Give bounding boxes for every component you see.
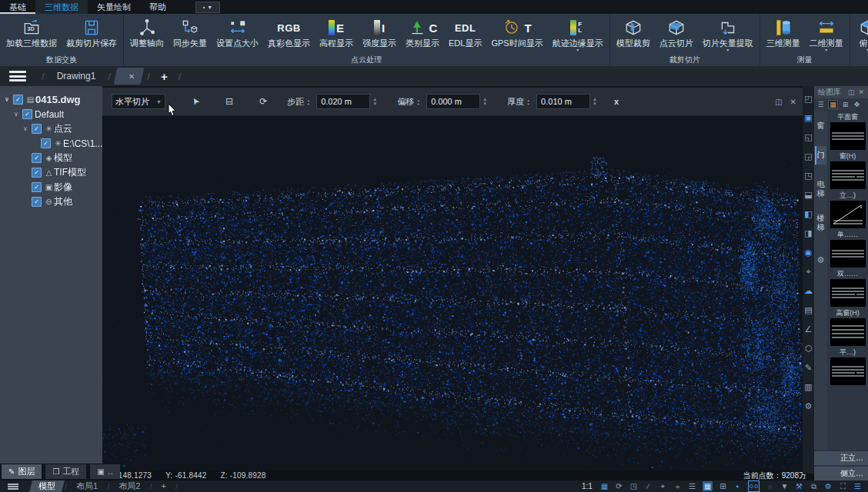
cursor-tool-icon[interactable]: ➤ xyxy=(189,95,202,108)
library-item-thumbnail[interactable] xyxy=(830,240,866,268)
layout-tab-3[interactable]: 布局2 xyxy=(111,480,148,492)
ribbon-button-bar-elev[interactable]: E高程显示 xyxy=(315,16,358,48)
ribbon-button-measure2d[interactable]: 二维测量▾ xyxy=(805,16,848,52)
menu-item-4[interactable]: 帮助 xyxy=(140,0,175,14)
checkbox[interactable]: ✓ xyxy=(41,138,51,148)
ribbon-button-syncvec[interactable]: 同步矢量 xyxy=(169,16,212,48)
ribbon-button-pointsize[interactable]: 设置点大小 xyxy=(212,16,263,48)
layout-tab-1[interactable]: 模型 xyxy=(29,480,65,492)
list-view-icon[interactable]: ☰ xyxy=(816,101,825,108)
angle-tool-icon[interactable]: ∠ xyxy=(805,320,813,339)
settings-gear-icon[interactable]: ⚙ xyxy=(824,481,833,491)
fullscreen-icon[interactable]: ⛶ xyxy=(839,481,847,491)
plus-tool-icon[interactable]: ＋ xyxy=(673,481,682,491)
checkbox[interactable]: ✓ xyxy=(32,168,42,178)
grid-plus-icon[interactable]: ⊞ xyxy=(719,481,727,491)
spinner-arrows[interactable]: ▲▼ xyxy=(372,97,377,106)
ortho-view-icon[interactable]: ◨ xyxy=(804,224,812,243)
library-item-thumbnail[interactable] xyxy=(830,279,866,307)
tree-item-8[interactable]: ✓⊖其他 xyxy=(0,194,102,209)
point-cloud-canvas[interactable] xyxy=(102,115,803,470)
pick-target-icon[interactable]: ⌖ xyxy=(806,262,810,281)
eye-view-icon[interactable]: ◉ xyxy=(805,243,813,262)
half-box-icon[interactable]: ◧ xyxy=(804,204,812,224)
grid-snap-icon[interactable]: ▦ xyxy=(703,481,713,491)
shaded-view-icon[interactable]: ▣ xyxy=(804,108,812,128)
slice-close-button[interactable]: x xyxy=(614,97,619,106)
ribbon-button-bar-int[interactable]: I强度显示 xyxy=(358,16,401,48)
cursor-snap-icon[interactable]: ⌖ xyxy=(659,481,667,491)
close-icon[interactable]: ✕ xyxy=(858,88,864,96)
menu-item-3[interactable]: 矢量绘制 xyxy=(88,0,140,14)
new-tab-button[interactable]: + xyxy=(161,70,168,83)
menu-item-1[interactable]: 基础 xyxy=(0,0,35,14)
tree-item-6[interactable]: ✓△TIF模型 xyxy=(0,165,102,180)
viewport[interactable]: 水平切片 ▼ ➤⊟⟳ 步距：0.020 m▲▼偏移：0.000 m▲▼厚度：0.… xyxy=(102,86,803,470)
tree-item-5[interactable]: ✓◈模型 xyxy=(0,151,102,165)
library-tab-2[interactable]: 门 xyxy=(815,146,826,165)
ribbon-button-topview[interactable]: 俯视▾ xyxy=(852,16,868,52)
layer-chip-icon[interactable]: ▪ xyxy=(733,481,742,491)
snap-square-icon[interactable]: ▦ xyxy=(600,481,609,491)
add-layout-button[interactable]: + xyxy=(153,480,173,492)
field-input[interactable]: 0.020 m xyxy=(316,94,370,109)
slice-box-icon[interactable]: ⬓ xyxy=(804,185,812,204)
section-box-icon[interactable]: ◲ xyxy=(804,147,812,166)
decimal-display-icon[interactable]: 0.0 xyxy=(748,480,760,492)
checkbox[interactable]: ✓ xyxy=(13,95,23,105)
library-bottom-item-2[interactable]: 侧立… xyxy=(814,466,868,480)
side-tab-2[interactable]: ❐工程 xyxy=(45,464,86,479)
refresh-slice-icon[interactable]: ⟳ xyxy=(259,96,267,107)
slice-mode-select[interactable]: 水平切片 ▼ xyxy=(112,94,165,109)
wireframe-view-icon[interactable]: ◱ xyxy=(804,128,812,147)
library-icon[interactable]: ▦ xyxy=(828,100,838,109)
ribbon-button-gpstime[interactable]: TGPS时间显示 xyxy=(486,16,547,48)
library-bottom-item-1[interactable]: 正立… xyxy=(814,450,868,465)
tab-close-icon[interactable]: ✕ xyxy=(129,72,135,81)
line-tool-icon[interactable]: ∕ xyxy=(644,481,653,491)
slice-plane-icon[interactable]: ⊟ xyxy=(225,96,233,107)
strip-gear-icon[interactable]: ⚙ xyxy=(805,397,813,416)
ribbon-button-modelclip[interactable]: 模型裁剪 xyxy=(612,16,655,48)
field-input[interactable]: 0.010 m xyxy=(536,94,590,109)
library-item-thumbnail[interactable] xyxy=(830,161,866,189)
menu-item-2[interactable]: 三维数据 xyxy=(35,0,88,14)
tools-icon[interactable]: ⚒ xyxy=(795,481,803,491)
library-tab-4[interactable]: 楼梯 xyxy=(815,214,826,232)
annotate-tool-icon[interactable]: ✎ xyxy=(805,358,812,377)
checkbox[interactable]: ✓ xyxy=(32,124,42,134)
library-item-thumbnail[interactable] xyxy=(830,318,866,346)
ribbon-button-bar-trace[interactable]: FL航迹边缘显示▾ xyxy=(548,16,608,52)
collapse-caret-icon[interactable]: ∨ xyxy=(22,125,29,132)
panel-gear-icon[interactable]: ⚙ xyxy=(817,255,825,265)
ribbon-button-text[interactable]: EDLEDL显示 xyxy=(444,16,486,48)
tree-item-7[interactable]: ✓▣影像 xyxy=(0,180,102,194)
ribbon-button-sliceextract[interactable]: 切片矢量提取▾ xyxy=(698,16,758,52)
checkbox[interactable]: ✓ xyxy=(32,197,42,207)
layers-tool-icon[interactable]: ▤ xyxy=(804,301,812,320)
library-tab-1[interactable]: 窗 xyxy=(815,121,826,131)
document-tab-1[interactable]: Drawing1 xyxy=(49,68,104,85)
refresh-icon[interactable]: ⟳ xyxy=(615,481,623,491)
toolbar-close-icon[interactable]: ✕ xyxy=(790,98,796,106)
polygon-tool-icon[interactable]: ⬡ xyxy=(805,339,813,358)
library-item-thumbnail[interactable] xyxy=(830,357,866,385)
quick-toggle-dropdown[interactable]: ▪▼ xyxy=(195,2,220,13)
ribbon-button-text[interactable]: RGB真彩色显示 xyxy=(263,16,315,48)
tree-item-1[interactable]: ∨✓▤0415.dwg xyxy=(0,92,102,107)
ribbon-button-measure3d[interactable]: 三维测量 xyxy=(762,16,805,48)
hamburger-menu-icon[interactable] xyxy=(8,484,18,490)
link-icon[interactable]: ⧉ xyxy=(810,481,818,491)
side-tab-1[interactable]: ✎图层 xyxy=(2,464,42,479)
pin-icon[interactable]: ◫ xyxy=(848,88,855,96)
grid-tool-icon[interactable]: ▥ xyxy=(804,377,812,397)
lines-tool-icon[interactable]: ☰ xyxy=(688,481,696,491)
ribbon-button-folder3d[interactable]: 3D加载三维数据 xyxy=(2,16,62,48)
clip-box-icon[interactable]: ◳ xyxy=(804,166,812,185)
list-menu-icon[interactable]: ☰ xyxy=(853,481,862,491)
spinner-arrows[interactable]: ▲▼ xyxy=(482,97,487,106)
side-tab-3[interactable]: ▣‥ xyxy=(90,464,120,479)
field-input[interactable]: 0.000 m xyxy=(426,94,480,109)
checkbox[interactable]: ✓ xyxy=(32,153,42,163)
document-tab-2[interactable]: ✕ xyxy=(114,68,145,85)
